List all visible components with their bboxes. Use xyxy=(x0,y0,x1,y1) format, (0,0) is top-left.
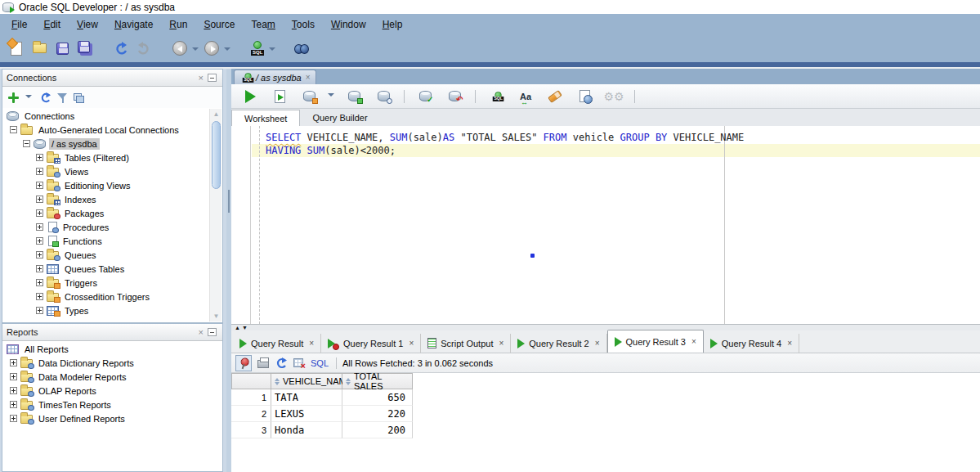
connections-sql-button[interactable]: SQL xyxy=(247,38,266,58)
horizontal-splitter[interactable]: ▲▼ xyxy=(231,324,980,330)
clear-button[interactable] xyxy=(545,87,565,106)
menu-file[interactable]: File xyxy=(3,16,35,34)
expand-expander-icon[interactable] xyxy=(36,182,43,189)
scrollbar-thumb[interactable] xyxy=(212,121,221,189)
autotrace-button[interactable] xyxy=(299,87,319,106)
commit-button[interactable]: ✓ xyxy=(415,87,435,106)
tab-close-icon[interactable]: × xyxy=(499,339,503,348)
autotrace-dropdown-icon[interactable] xyxy=(328,93,334,100)
collapse-expander-icon[interactable] xyxy=(23,140,30,147)
tab-worksheet[interactable]: Worksheet xyxy=(231,110,300,126)
tree-item-data-modeler-reports[interactable]: Data Modeler Reports xyxy=(3,370,222,384)
tree-item-indexes[interactable]: Indexes xyxy=(3,192,209,206)
tree-item-tables[interactable]: Tables (Filtered) xyxy=(3,151,209,164)
expand-expander-icon[interactable] xyxy=(36,209,43,217)
sql-line-1[interactable]: SELECT VEHICLE_NAME, SUM(sale)AS "TOTAL … xyxy=(266,131,744,144)
menu-edit[interactable]: Edit xyxy=(35,16,69,34)
tree-item-olap-reports[interactable]: OLAP Reports xyxy=(3,384,222,398)
tab-query-result-1[interactable]: Query Result 1 × xyxy=(321,334,421,353)
sql-link[interactable]: SQL xyxy=(309,358,330,368)
expand-expander-icon[interactable] xyxy=(36,251,43,258)
tree-item-user-defined-reports[interactable]: User Defined Reports xyxy=(3,411,222,425)
expand-expander-icon[interactable] xyxy=(36,293,43,300)
redo-button[interactable] xyxy=(134,38,154,58)
tab-close-icon[interactable]: × xyxy=(309,339,314,348)
refresh-icon[interactable] xyxy=(39,92,51,104)
expand-expander-icon[interactable] xyxy=(36,237,43,245)
scroll-up-icon[interactable]: ▲ xyxy=(211,109,222,119)
change-case-button[interactable]: Aa xyxy=(516,87,535,106)
reports-close-icon[interactable]: × xyxy=(195,327,208,337)
tab-script-output[interactable]: Script Output × xyxy=(421,334,511,353)
tab-close-icon[interactable]: × xyxy=(306,73,311,82)
menu-tools[interactable]: Tools xyxy=(284,16,323,34)
menu-navigate[interactable]: Navigate xyxy=(106,16,161,34)
tree-item-functions[interactable]: Functions xyxy=(3,234,209,248)
undo-button[interactable] xyxy=(111,38,131,58)
expand-expander-icon[interactable] xyxy=(10,415,17,422)
rollback-button[interactable]: ↶ xyxy=(445,87,464,106)
grid-row-1[interactable]: 1 TATA 650 xyxy=(231,389,413,406)
expand-expander-icon[interactable] xyxy=(36,279,43,286)
sql-line-2[interactable]: HAVING SUM(sale)<2000; xyxy=(266,144,396,157)
reports-minimize-icon[interactable] xyxy=(208,328,217,336)
expand-expander-icon[interactable] xyxy=(36,223,43,231)
tab-close-icon[interactable]: × xyxy=(787,339,792,348)
tree-item-timesten-reports[interactable]: TimesTen Reports xyxy=(3,398,222,411)
unshared-worksheet-button[interactable]: SQL xyxy=(486,87,506,106)
menu-window[interactable]: Window xyxy=(323,16,374,34)
save-all-button[interactable] xyxy=(75,38,95,58)
print-icon[interactable] xyxy=(257,360,269,368)
explain-plan-button[interactable] xyxy=(344,87,364,106)
connections-close-icon[interactable]: × xyxy=(195,73,208,83)
tree-item-connections-root[interactable]: Connections xyxy=(3,109,209,123)
tab-query-builder[interactable]: Query Builder xyxy=(300,110,379,126)
column-header-total-sales[interactable]: TOTAL SALES xyxy=(342,373,413,389)
tab-query-result-4[interactable]: Query Result 4 × xyxy=(704,334,799,353)
run-statement-button[interactable] xyxy=(240,87,260,106)
sql-history-button[interactable] xyxy=(575,87,594,106)
filter-icon[interactable] xyxy=(57,92,68,103)
expand-expander-icon[interactable] xyxy=(36,307,43,314)
menu-view[interactable]: View xyxy=(69,16,106,34)
new-file-button[interactable] xyxy=(7,38,26,58)
tab-close-icon[interactable]: × xyxy=(691,337,696,346)
back-button[interactable] xyxy=(170,38,190,58)
expand-expander-icon[interactable] xyxy=(10,387,17,394)
expand-expander-icon[interactable] xyxy=(36,196,43,203)
sql-tuning-button[interactable] xyxy=(374,87,393,106)
grid-row-2[interactable]: 2 LEXUS 220 xyxy=(231,406,413,422)
tree-item-queues[interactable]: Queues xyxy=(3,248,209,262)
connections-minimize-icon[interactable] xyxy=(208,74,217,82)
find-button[interactable] xyxy=(292,38,311,58)
expand-expander-icon[interactable] xyxy=(10,401,17,408)
column-header-vehicle-name[interactable]: VEHICLE_NAME xyxy=(271,373,342,389)
tree-item-queues-tables[interactable]: Queues Tables xyxy=(3,262,209,276)
back-dropdown-icon[interactable] xyxy=(192,47,199,54)
clear-grid-icon[interactable] xyxy=(293,358,303,367)
tree-item-as-sysdba[interactable]: / as sysdba xyxy=(3,137,209,151)
tree-item-views[interactable]: Views xyxy=(3,164,209,178)
tree-item-procedures[interactable]: Procedures xyxy=(3,220,209,234)
tab-query-result-2[interactable]: Query Result 2 × xyxy=(511,334,606,353)
tree-item-editioning-views[interactable]: Editioning Views xyxy=(3,178,209,192)
tree-item-crossedition-triggers[interactable]: Crossedition Triggers xyxy=(3,290,209,303)
pin-button[interactable] xyxy=(235,355,252,371)
tree-item-data-dictionary-reports[interactable]: Data Dictionary Reports xyxy=(3,356,222,370)
clone-connection-icon[interactable] xyxy=(74,93,83,102)
tree-item-auto-generated[interactable]: Auto-Generated Local Connections xyxy=(3,123,209,137)
open-button[interactable] xyxy=(29,38,49,58)
expand-expander-icon[interactable] xyxy=(10,373,17,380)
tab-query-result-3[interactable]: Query Result 3 × xyxy=(607,330,704,353)
forward-dropdown-icon[interactable] xyxy=(224,47,230,54)
grid-row-3[interactable]: 3 Honda 200 xyxy=(231,422,413,438)
sort-icon[interactable] xyxy=(275,378,280,385)
tree-item-all-reports[interactable]: All Reports xyxy=(3,342,222,356)
menu-team[interactable]: Team xyxy=(243,16,283,34)
refresh-grid-icon[interactable] xyxy=(275,357,288,370)
tree-item-triggers[interactable]: Triggers xyxy=(3,276,209,290)
expand-expander-icon[interactable] xyxy=(36,265,43,272)
save-button[interactable] xyxy=(52,38,72,58)
run-script-button[interactable] xyxy=(270,87,289,106)
connections-scrollbar[interactable]: ▲ ▼ xyxy=(209,109,222,321)
